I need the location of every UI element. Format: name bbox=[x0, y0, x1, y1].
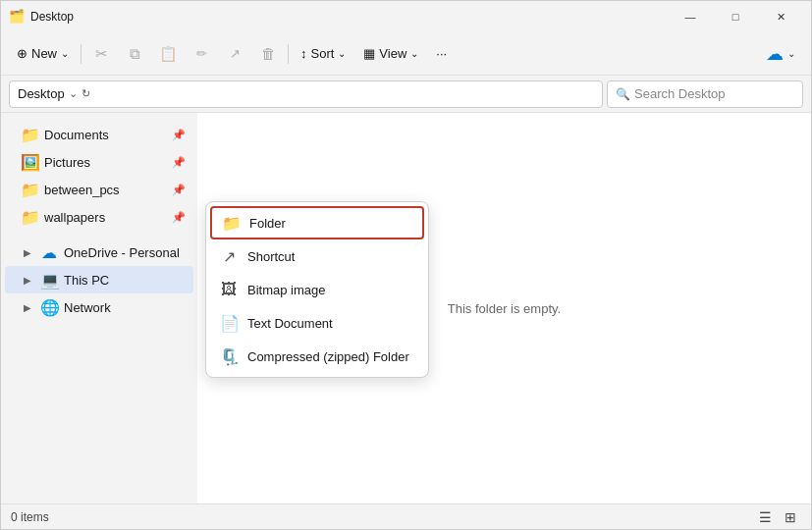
sidebar-item-label: Documents bbox=[44, 128, 166, 142]
expand-icon: ▶ bbox=[21, 247, 34, 258]
more-button[interactable]: ··· bbox=[428, 38, 455, 70]
folder-icon: 📁 bbox=[21, 181, 38, 199]
zip-folder-icon: 🗜️ bbox=[220, 347, 238, 366]
cut-button[interactable]: ✂ bbox=[85, 38, 117, 70]
minimize-button[interactable]: — bbox=[668, 1, 713, 32]
window-icon: 🗂️ bbox=[9, 9, 25, 25]
sidebar-item-network[interactable]: ▶ 🌐 Network bbox=[5, 293, 193, 321]
rename-button[interactable]: ✏ bbox=[186, 38, 217, 70]
status-item-count: 0 items bbox=[11, 510, 754, 524]
status-bar: 0 items ☰ ⊞ bbox=[1, 504, 811, 529]
text-doc-icon: 📄 bbox=[220, 314, 238, 333]
address-bar: Desktop ⌄ ↻ 🔍 Search Desktop bbox=[1, 76, 811, 113]
copy-button[interactable]: ⧉ bbox=[119, 38, 150, 70]
dropdown-item-label: Folder bbox=[249, 216, 286, 231]
pin-icon: 📌 bbox=[172, 184, 186, 196]
folder-icon: 📁 bbox=[21, 126, 38, 144]
sidebar: 📁 Documents 📌 🖼️ Pictures 📌 📁 between_pc… bbox=[1, 113, 197, 504]
pin-icon: 📌 bbox=[172, 156, 186, 169]
network-icon: 🌐 bbox=[40, 298, 58, 317]
title-bar-controls: — □ ✕ bbox=[668, 1, 803, 32]
address-path[interactable]: Desktop ⌄ ↻ bbox=[9, 80, 603, 108]
bitmap-icon: 🖼 bbox=[220, 281, 238, 298]
cloud-icon: ☁ bbox=[766, 43, 784, 65]
new-button[interactable]: ⊕ New ⌄ bbox=[9, 38, 77, 70]
sidebar-item-documents[interactable]: 📁 Documents 📌 bbox=[5, 121, 193, 148]
sidebar-item-between-pcs[interactable]: 📁 between_pcs 📌 bbox=[5, 176, 193, 203]
plus-icon: ⊕ bbox=[17, 46, 27, 61]
file-explorer-window: 🗂️ Desktop — □ ✕ ⊕ New ⌄ ✂ ⧉ 📋 ✏ ↗ 🗑 ↕ S… bbox=[0, 0, 812, 530]
sidebar-item-pictures[interactable]: 🖼️ Pictures 📌 bbox=[5, 148, 193, 176]
dropdown-item-label: Compressed (zipped) Folder bbox=[247, 349, 409, 364]
onedrive-button[interactable]: ☁ ⌄ bbox=[758, 38, 803, 70]
sidebar-item-label: between_pcs bbox=[44, 183, 166, 197]
main-layout: 📁 Documents 📌 🖼️ Pictures 📌 📁 between_pc… bbox=[1, 113, 811, 504]
address-path-text: Desktop bbox=[18, 86, 65, 101]
pin-icon: 📌 bbox=[172, 129, 186, 141]
view-button[interactable]: ▦ View ⌄ bbox=[355, 38, 426, 70]
sidebar-item-label: Pictures bbox=[44, 155, 166, 170]
dropdown-item-label: Text Document bbox=[247, 316, 333, 331]
cloud-chevron-icon: ⌄ bbox=[787, 48, 795, 59]
sidebar-item-wallpapers[interactable]: 📁 wallpapers 📌 bbox=[5, 203, 193, 231]
toolbar-separator-1 bbox=[81, 44, 81, 64]
more-label: ··· bbox=[436, 46, 447, 61]
sidebar-item-label: OneDrive - Personal bbox=[64, 245, 186, 260]
dropdown-item-zip-folder[interactable]: 🗜️ Compressed (zipped) Folder bbox=[210, 340, 424, 373]
new-dropdown-menu: 📁 Folder ↗ Shortcut 🖼 Bitmap image 📄 Tex… bbox=[205, 201, 429, 378]
delete-button[interactable]: 🗑 bbox=[252, 38, 284, 70]
view-button-label: View bbox=[379, 46, 406, 61]
empty-message: This folder is empty. bbox=[448, 301, 561, 316]
new-chevron-icon: ⌄ bbox=[61, 48, 69, 59]
pin-icon: 📌 bbox=[172, 211, 186, 224]
expand-icon: ▶ bbox=[21, 275, 34, 286]
grid-view-button[interactable]: ⊞ bbox=[780, 506, 801, 528]
sort-icon: ↕ bbox=[300, 46, 307, 61]
folder-icon: 📁 bbox=[21, 208, 38, 227]
sidebar-item-onedrive[interactable]: ▶ ☁ OneDrive - Personal bbox=[5, 238, 193, 266]
status-view-controls: ☰ ⊞ bbox=[754, 506, 801, 528]
view-chevron-icon: ⌄ bbox=[410, 48, 418, 59]
share-button[interactable]: ↗ bbox=[219, 38, 250, 70]
content-area: This folder is empty. 📁 Folder ↗ Shortcu… bbox=[197, 113, 811, 504]
maximize-button[interactable]: □ bbox=[713, 1, 758, 32]
sort-chevron-icon: ⌄ bbox=[338, 48, 346, 59]
sidebar-item-thispc[interactable]: ▶ 💻 This PC bbox=[5, 266, 193, 293]
search-icon: 🔍 bbox=[616, 87, 630, 101]
search-box[interactable]: 🔍 Search Desktop bbox=[607, 80, 803, 108]
pictures-folder-icon: 🖼️ bbox=[21, 153, 38, 172]
close-button[interactable]: ✕ bbox=[758, 1, 803, 32]
onedrive-icon: ☁ bbox=[40, 243, 58, 262]
dropdown-item-folder[interactable]: 📁 Folder bbox=[210, 206, 424, 239]
search-placeholder: Search Desktop bbox=[634, 86, 726, 101]
list-view-button[interactable]: ☰ bbox=[754, 506, 776, 528]
paste-button[interactable]: 📋 bbox=[152, 38, 184, 70]
title-bar: 🗂️ Desktop — □ ✕ bbox=[1, 1, 811, 32]
toolbar-separator-2 bbox=[288, 44, 289, 64]
sort-button-label: Sort bbox=[311, 46, 335, 61]
dropdown-item-label: Shortcut bbox=[247, 249, 295, 264]
sidebar-item-label: Network bbox=[64, 300, 186, 315]
dropdown-item-label: Bitmap image bbox=[247, 283, 325, 297]
dropdown-item-shortcut[interactable]: ↗ Shortcut bbox=[210, 239, 424, 273]
toolbar: ⊕ New ⌄ ✂ ⧉ 📋 ✏ ↗ 🗑 ↕ Sort ⌄ ▦ View ⌄ ··… bbox=[1, 32, 811, 76]
sidebar-nav-section: ▶ ☁ OneDrive - Personal ▶ 💻 This PC ▶ 🌐 … bbox=[1, 235, 197, 325]
refresh-icon[interactable]: ↻ bbox=[81, 87, 90, 100]
new-button-label: New bbox=[31, 46, 57, 61]
expand-icon: ▶ bbox=[21, 302, 34, 313]
address-chevron-icon[interactable]: ⌄ bbox=[69, 87, 78, 100]
shortcut-icon: ↗ bbox=[220, 247, 238, 266]
window-title: Desktop bbox=[30, 10, 668, 24]
sort-button[interactable]: ↕ Sort ⌄ bbox=[293, 38, 353, 70]
dropdown-item-text-document[interactable]: 📄 Text Document bbox=[210, 306, 424, 340]
dropdown-item-bitmap[interactable]: 🖼 Bitmap image bbox=[210, 273, 424, 306]
sidebar-item-label: This PC bbox=[64, 273, 186, 288]
folder-icon: 📁 bbox=[222, 214, 240, 233]
sidebar-pinned-section: 📁 Documents 📌 🖼️ Pictures 📌 📁 between_pc… bbox=[1, 117, 197, 235]
this-pc-icon: 💻 bbox=[40, 271, 58, 290]
sidebar-item-label: wallpapers bbox=[44, 210, 166, 225]
view-icon: ▦ bbox=[363, 46, 375, 61]
